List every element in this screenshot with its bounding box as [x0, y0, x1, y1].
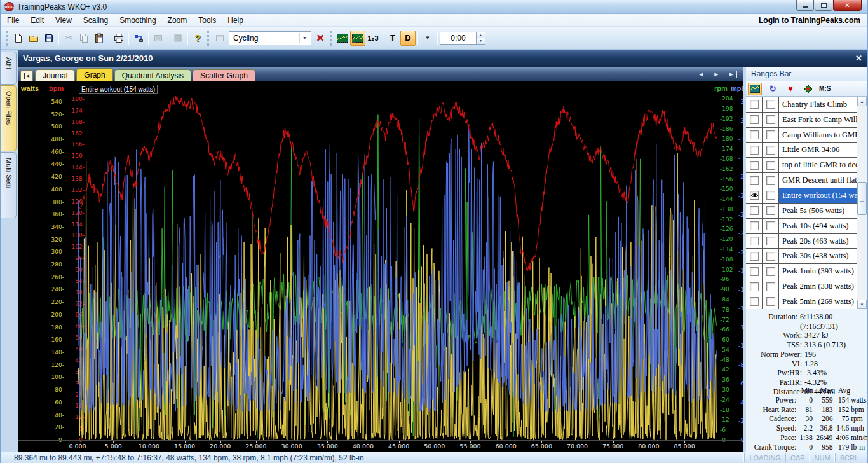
range-row[interactable]: Peak 20s (463 watts) [746, 234, 867, 249]
help-button[interactable]: ? [190, 31, 205, 46]
range-checkbox[interactable] [766, 221, 775, 230]
range-checkbox[interactable] [766, 282, 775, 291]
visibility-checkbox[interactable] [750, 221, 759, 230]
range-row[interactable]: Peak 30s (438 watts) [746, 249, 867, 264]
close-button[interactable]: ✕ [833, 0, 862, 11]
sport-selector[interactable]: Cycling ▼ [229, 31, 311, 45]
graph-style-button-active[interactable] [350, 31, 365, 46]
visibility-checkbox[interactable] [750, 115, 759, 124]
prev-tab-icon[interactable]: ◄ [698, 71, 704, 78]
delete-workout-button[interactable]: ✕ [313, 31, 328, 46]
range-row[interactable]: Peak 1min (393 watts) [746, 264, 867, 279]
toolbar-grip[interactable] [207, 31, 209, 46]
device-download-button[interactable] [131, 31, 146, 46]
chevron-down-icon[interactable]: ▼ [299, 33, 309, 43]
tab-journal[interactable]: Journal [35, 69, 75, 81]
menu-edit[interactable]: Edit [25, 15, 50, 26]
range-checkbox[interactable] [766, 100, 775, 109]
first-tab-button[interactable]: ◄ [20, 70, 33, 81]
visibility-checkbox[interactable] [750, 237, 759, 245]
visibility-checkbox[interactable] [750, 100, 759, 109]
ranges-marker-button[interactable] [801, 83, 815, 95]
menu-zoom[interactable]: Zoom [162, 15, 193, 26]
time-axis-button[interactable]: T [385, 31, 400, 46]
range-row[interactable]: Entire workout (154 watts) [746, 188, 867, 204]
open-file-button[interactable] [26, 31, 41, 46]
next-tab-icon[interactable]: ► [713, 71, 719, 78]
range-checkbox[interactable] [766, 206, 775, 215]
tab-graph[interactable]: Graph [76, 68, 112, 81]
restore-button[interactable] [815, 0, 832, 11]
paste-button[interactable] [92, 31, 107, 46]
ranges-refresh-button[interactable]: ↻ [766, 83, 780, 95]
ranges-heart-button[interactable]: ♥ [783, 83, 797, 95]
scroll-thumb[interactable] [857, 182, 867, 215]
visibility-checkbox[interactable] [750, 206, 759, 215]
visibility-checkbox[interactable] [750, 191, 759, 200]
range-row[interactable]: Little GMR 34:06 [746, 143, 867, 158]
range-row[interactable]: Camp Williams to GMR [746, 128, 867, 143]
numbers-view-button[interactable]: 1₂3 [365, 31, 381, 46]
tab-scatter-graph[interactable]: Scatter Graph [193, 69, 255, 81]
time-offset-input[interactable]: 0:00 [440, 32, 477, 45]
visibility-checkbox[interactable] [750, 282, 759, 291]
tab-quadrant-analysis[interactable]: Quadrant Analysis [114, 69, 191, 81]
sidebar-tab-athl[interactable]: Athl [1, 52, 17, 85]
sidebar-tab-multi-setti[interactable]: Multi Setti [1, 152, 17, 218]
toolbar-grip[interactable] [6, 31, 8, 46]
visibility-checkbox[interactable] [750, 176, 759, 185]
sidebar-tab-open-files[interactable]: Open Files [1, 85, 17, 151]
time-offset-spinner[interactable]: ▲▼ [477, 32, 485, 45]
range-row[interactable]: Peak 10s (494 watts) [746, 219, 867, 234]
menu-scaling[interactable]: Scaling [78, 15, 114, 26]
range-checkbox[interactable] [766, 161, 775, 170]
graph-style-button[interactable] [335, 31, 350, 46]
visibility-checkbox[interactable] [750, 252, 759, 261]
range-row[interactable]: Peak 5s (506 watts) [746, 204, 867, 219]
graph-area[interactable]: Entire workout (154 watts) watts bpm rpm… [18, 81, 743, 452]
ranges-scrollbar[interactable]: ▲ ▼ [857, 97, 867, 309]
save-button[interactable] [41, 31, 57, 46]
range-row[interactable]: East Fork to Camp Williams [746, 113, 867, 128]
spin-down-icon[interactable]: ▼ [477, 38, 485, 44]
minimize-button[interactable] [796, 0, 814, 11]
range-checkbox[interactable] [766, 115, 775, 124]
ranges-graph-button[interactable] [748, 83, 762, 95]
visibility-checkbox[interactable] [750, 297, 759, 306]
axis-options-dropdown[interactable]: ▼ [420, 31, 435, 46]
visibility-checkbox[interactable] [750, 146, 759, 155]
menu-file[interactable]: File [1, 15, 25, 26]
menu-tools[interactable]: Tools [193, 15, 222, 26]
range-checkbox[interactable] [766, 252, 775, 261]
range-checkbox[interactable] [766, 146, 775, 155]
print-button[interactable] [111, 31, 126, 46]
menu-smoothing[interactable]: Smoothing [114, 15, 161, 26]
distance-axis-button[interactable]: D [400, 31, 416, 46]
range-checkbox[interactable] [766, 130, 775, 139]
menu-view[interactable]: View [50, 15, 78, 26]
range-checkbox[interactable] [766, 176, 775, 185]
range-row[interactable]: Chantry Flats Climb [746, 97, 867, 113]
range-row[interactable]: top of little GMR to decsent [746, 158, 867, 173]
range-checkbox[interactable] [766, 237, 775, 245]
toolbar-grip[interactable] [330, 31, 332, 46]
visibility-checkbox[interactable] [750, 161, 759, 170]
last-tab-icon[interactable]: ► [728, 71, 737, 78]
time-format-label[interactable]: M:S [819, 85, 831, 92]
login-link[interactable]: Login to TrainingPeaks.com [759, 16, 860, 25]
scroll-up-button[interactable]: ▲ [857, 97, 867, 106]
range-row[interactable]: GMR Descent until flat [746, 173, 867, 188]
new-file-button[interactable] [11, 31, 26, 46]
spin-up-icon[interactable]: ▲ [477, 32, 485, 38]
document-close-icon[interactable]: ✕ [855, 53, 862, 63]
range-checkbox[interactable] [766, 191, 775, 200]
scroll-down-button[interactable]: ▼ [857, 300, 867, 309]
visibility-checkbox[interactable] [750, 130, 759, 139]
range-row[interactable]: Peak 5min (269 watts) [746, 294, 867, 309]
visibility-checkbox[interactable] [750, 267, 759, 276]
range-checkbox[interactable] [766, 267, 775, 276]
range-checkbox[interactable] [766, 297, 775, 306]
range-row[interactable]: Peak 2min (338 watts) [746, 279, 867, 294]
menu-help[interactable]: Help [222, 15, 249, 26]
plot-area[interactable] [78, 95, 719, 440]
